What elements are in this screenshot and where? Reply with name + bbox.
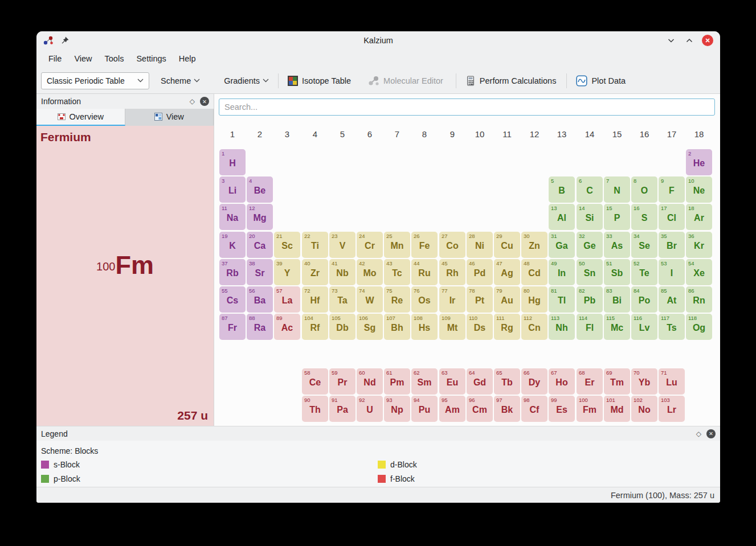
element-tile-Nd[interactable]: 60Nd [357, 368, 383, 395]
element-tile-Mc[interactable]: 115Mc [604, 314, 630, 340]
element-tile-Sr[interactable]: 38Sr [247, 259, 273, 285]
element-tile-Pd[interactable]: 46Pd [467, 259, 493, 285]
perform-calculations-button[interactable]: Perform Calculations [461, 71, 561, 91]
element-tile-Bi[interactable]: 83Bi [604, 286, 630, 313]
element-tile-Ts[interactable]: 117Ts [659, 314, 685, 340]
element-tile-Lr[interactable]: 103Lr [659, 396, 685, 422]
element-tile-Sc[interactable]: 21Sc [274, 232, 300, 258]
tab-overview[interactable]: Overview [36, 109, 125, 126]
element-tile-Pm[interactable]: 61Pm [384, 368, 410, 395]
element-tile-Hf[interactable]: 72Hf [302, 286, 328, 313]
element-tile-Tc[interactable]: 43Tc [384, 259, 410, 285]
maximize-button[interactable] [684, 35, 695, 46]
element-tile-Tm[interactable]: 69Tm [604, 368, 630, 395]
element-tile-Sb[interactable]: 51Sb [604, 259, 630, 285]
element-tile-Fr[interactable]: 87Fr [219, 314, 246, 340]
element-tile-Te[interactable]: 52Te [631, 259, 657, 285]
element-tile-Er[interactable]: 68Er [577, 368, 603, 395]
element-tile-U[interactable]: 92U [357, 396, 383, 422]
float-panel-icon[interactable]: ◇ [696, 430, 701, 437]
element-tile-Rn[interactable]: 86Rn [686, 286, 712, 313]
element-tile-P[interactable]: 15P [604, 204, 630, 230]
element-tile-Ca[interactable]: 20Ca [247, 232, 273, 258]
element-tile-Fm[interactable]: 100Fm [577, 396, 603, 422]
element-tile-Fe[interactable]: 26Fe [411, 232, 438, 258]
element-tile-Rh[interactable]: 45Rh [439, 259, 465, 285]
element-tile-Ds[interactable]: 110Ds [467, 314, 493, 340]
element-tile-Md[interactable]: 101Md [604, 396, 630, 422]
element-tile-Db[interactable]: 105Db [329, 314, 355, 340]
close-panel-icon[interactable]: ✕ [706, 429, 716, 438]
element-tile-Xe[interactable]: 54Xe [686, 259, 712, 285]
element-tile-Og[interactable]: 118Og [686, 314, 712, 340]
element-tile-Tb[interactable]: 65Tb [494, 368, 520, 395]
element-tile-Rg[interactable]: 111Rg [494, 314, 520, 340]
element-tile-F[interactable]: 9F [659, 176, 685, 203]
tab-view[interactable]: View [125, 109, 214, 126]
element-tile-Zr[interactable]: 40Zr [302, 259, 328, 285]
element-tile-N[interactable]: 7N [604, 176, 630, 203]
menu-file[interactable]: File [42, 51, 68, 66]
element-tile-W[interactable]: 74W [357, 286, 383, 313]
element-tile-C[interactable]: 6C [577, 176, 603, 203]
element-tile-Yb[interactable]: 70Yb [631, 368, 657, 395]
element-tile-Ho[interactable]: 67Ho [549, 368, 575, 395]
element-tile-Dy[interactable]: 66Dy [521, 368, 547, 395]
menu-view[interactable]: View [68, 51, 98, 66]
element-tile-Sn[interactable]: 50Sn [577, 259, 603, 285]
close-button[interactable]: ✕ [702, 35, 713, 46]
minimize-button[interactable] [665, 35, 677, 46]
float-panel-icon[interactable]: ◇ [190, 98, 195, 105]
element-tile-Sm[interactable]: 62Sm [411, 368, 438, 395]
element-tile-Gd[interactable]: 64Gd [467, 368, 493, 395]
element-tile-Ru[interactable]: 44Ru [411, 259, 438, 285]
element-tile-Hs[interactable]: 108Hs [411, 314, 438, 340]
element-tile-Pt[interactable]: 78Pt [467, 286, 493, 313]
element-tile-Lv[interactable]: 116Lv [631, 314, 657, 340]
element-tile-Ti[interactable]: 22Ti [302, 232, 328, 258]
element-tile-Pa[interactable]: 91Pa [329, 396, 355, 422]
element-tile-Ba[interactable]: 56Ba [247, 286, 273, 313]
element-overview-panel[interactable]: Fermium 100Fm 257 u [36, 126, 214, 426]
element-tile-Os[interactable]: 76Os [411, 286, 438, 313]
element-tile-Cs[interactable]: 55Cs [219, 286, 246, 313]
element-tile-Si[interactable]: 14Si [577, 204, 603, 230]
element-tile-Ce[interactable]: 58Ce [302, 368, 328, 395]
element-tile-Cu[interactable]: 29Cu [494, 232, 520, 258]
element-tile-Al[interactable]: 13Al [549, 204, 575, 230]
element-tile-Ga[interactable]: 31Ga [549, 232, 575, 258]
element-tile-Ra[interactable]: 88Ra [247, 314, 273, 340]
element-tile-Ar[interactable]: 18Ar [686, 204, 712, 230]
element-tile-Ag[interactable]: 47Ag [494, 259, 520, 285]
element-tile-In[interactable]: 49In [549, 259, 575, 285]
element-tile-Kr[interactable]: 36Kr [686, 232, 712, 258]
element-tile-Nh[interactable]: 113Nh [549, 314, 575, 340]
element-tile-Ta[interactable]: 73Ta [329, 286, 355, 313]
element-tile-Cl[interactable]: 17Cl [659, 204, 685, 230]
element-tile-Ni[interactable]: 28Ni [467, 232, 493, 258]
element-tile-As[interactable]: 33As [604, 232, 630, 258]
menu-help[interactable]: Help [173, 51, 202, 66]
element-tile-Fl[interactable]: 114Fl [577, 314, 603, 340]
element-tile-Pu[interactable]: 94Pu [411, 396, 438, 422]
element-tile-La[interactable]: 57La [274, 286, 300, 313]
element-tile-Es[interactable]: 99Es [549, 396, 575, 422]
element-tile-Mn[interactable]: 25Mn [384, 232, 410, 258]
element-tile-Na[interactable]: 11Na [219, 204, 246, 230]
element-tile-Cm[interactable]: 96Cm [467, 396, 493, 422]
element-tile-Lu[interactable]: 71Lu [659, 368, 685, 395]
plot-data-button[interactable]: Plot Data [571, 71, 630, 91]
element-tile-Cd[interactable]: 48Cd [521, 259, 547, 285]
element-tile-Cf[interactable]: 98Cf [521, 396, 547, 422]
close-panel-icon[interactable]: ✕ [200, 97, 209, 106]
element-tile-K[interactable]: 19K [219, 232, 246, 258]
element-tile-Co[interactable]: 27Co [439, 232, 465, 258]
element-tile-Mg[interactable]: 12Mg [247, 204, 273, 230]
gradients-menu-button[interactable]: Gradients [219, 71, 273, 91]
element-tile-Li[interactable]: 3Li [219, 176, 246, 203]
element-tile-Eu[interactable]: 63Eu [439, 368, 465, 395]
element-tile-Re[interactable]: 75Re [384, 286, 410, 313]
element-tile-I[interactable]: 53I [659, 259, 685, 285]
element-tile-Np[interactable]: 93Np [384, 396, 410, 422]
titlebar[interactable]: Kalzium ✕ [36, 31, 720, 50]
